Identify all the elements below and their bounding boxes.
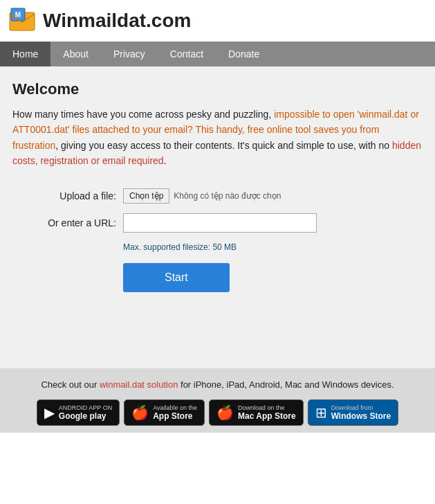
- windows-icon: ⊞: [315, 404, 327, 421]
- footer-link[interactable]: winmail.dat solution: [100, 379, 178, 390]
- footer-text-after: for iPhone, iPad, Android, Mac and Windo…: [178, 379, 394, 390]
- nav-about[interactable]: About: [50, 42, 101, 66]
- navigation: Home About Privacy Contact Donate: [0, 42, 435, 66]
- url-row: Or enter a URL:: [33, 213, 317, 233]
- site-title: Winmaildat.com: [43, 10, 191, 32]
- footer-text: Check out our winmail.dat solution for i…: [7, 378, 428, 392]
- upload-label: Upload a file:: [33, 190, 116, 201]
- windows-badge-texts: Download from Windows Store: [331, 404, 391, 421]
- mac-badge-main: Mac App Store: [238, 411, 296, 421]
- header: M Winmaildat.com: [0, 0, 435, 42]
- max-size-text: Max. supported filesize: 50 MB: [123, 242, 237, 252]
- ios-badge-top: Available on the: [153, 404, 197, 411]
- ios-badge-main: App Store: [153, 411, 197, 421]
- windows-badge-main: Windows Store: [331, 411, 391, 421]
- windows-badge-top: Download from: [331, 404, 391, 411]
- mac-badge-texts: Download on the Mac App Store: [238, 404, 296, 421]
- file-upload-row: Upload a file: Chọn tệp Không có tệp nào…: [33, 188, 281, 204]
- url-label: Or enter a URL:: [33, 217, 116, 228]
- mac-badge-top: Download on the: [238, 404, 296, 411]
- footer-text-before: Check out our: [41, 379, 100, 390]
- welcome-paragraph: How many times have you come across pesk…: [12, 107, 423, 169]
- file-placeholder: Không có tệp nào được chọn: [174, 191, 281, 201]
- ios-badge-texts: Available on the App Store: [153, 404, 197, 421]
- choose-file-button[interactable]: Chọn tệp: [123, 188, 169, 204]
- apple-icon: 🍎: [131, 404, 149, 421]
- app-badges: ▶ ANDROID APP ON Google play 🍎 Available…: [7, 399, 428, 426]
- android-badge-texts: ANDROID APP ON Google play: [59, 404, 112, 421]
- spacer: [0, 313, 435, 368]
- welcome-text-3: .: [164, 155, 167, 166]
- file-input-wrapper: Chọn tệp Không có tệp nào được chọn: [123, 188, 281, 204]
- nav-contact[interactable]: Contact: [158, 42, 216, 66]
- mac-icon: 🍎: [216, 404, 234, 421]
- android-badge-main: Google play: [59, 411, 112, 421]
- android-badge[interactable]: ▶ ANDROID APP ON Google play: [37, 399, 120, 426]
- windows-badge[interactable]: ⊞ Download from Windows Store: [308, 399, 399, 426]
- android-icon: ▶: [44, 404, 55, 421]
- ios-appstore-badge[interactable]: 🍎 Available on the App Store: [124, 399, 205, 426]
- android-badge-top: ANDROID APP ON: [59, 404, 112, 411]
- welcome-text-2: , giving you easy access to their conten…: [55, 140, 392, 151]
- nav-privacy[interactable]: Privacy: [101, 42, 158, 66]
- welcome-text-1: How many times have you come across pesk…: [12, 109, 274, 120]
- main-content: Welcome How many times have you come acr…: [0, 66, 435, 313]
- footer: Check out our winmail.dat solution for i…: [0, 368, 435, 433]
- upload-form: Upload a file: Chọn tệp Không có tệp nào…: [12, 188, 423, 292]
- url-input[interactable]: [123, 213, 317, 233]
- nav-home[interactable]: Home: [0, 42, 50, 66]
- welcome-title: Welcome: [12, 80, 423, 98]
- app-icon: M: [8, 7, 36, 35]
- mac-appstore-badge[interactable]: 🍎 Download on the Mac App Store: [209, 399, 304, 426]
- nav-donate[interactable]: Donate: [216, 42, 272, 66]
- start-button[interactable]: Start: [123, 263, 230, 292]
